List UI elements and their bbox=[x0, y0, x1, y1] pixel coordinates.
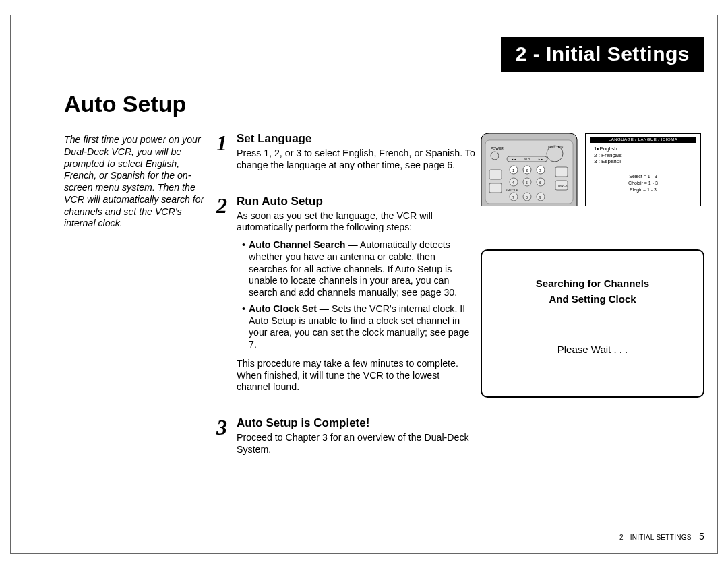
osd-language-list: 1▸English 2 : Français 3 : Español bbox=[594, 146, 696, 165]
page-footer: 2 - INITIAL SETTINGS 5 bbox=[619, 531, 704, 542]
svg-text:◄◄: ◄◄ bbox=[511, 158, 516, 161]
svg-text:4: 4 bbox=[512, 181, 514, 185]
svg-text:COPY TAPE: COPY TAPE bbox=[548, 146, 564, 149]
step-body-text: Proceed to Chapter 3 for an overview of … bbox=[237, 432, 486, 456]
step-number: 3 bbox=[214, 416, 230, 438]
svg-text:TV/VCR: TV/VCR bbox=[557, 184, 568, 187]
please-wait-text: Please Wait . . . bbox=[482, 344, 703, 355]
manual-page: 2 - Initial Settings Auto Setup The firs… bbox=[0, 0, 728, 562]
svg-rect-31 bbox=[489, 183, 502, 193]
svg-text:SHUTTLE: SHUTTLE bbox=[506, 189, 518, 192]
page-number: 5 bbox=[699, 531, 704, 542]
step-number: 1 bbox=[214, 132, 230, 154]
osd-select-line: Select = 1 - 3 bbox=[590, 173, 696, 180]
bullet-item: Auto Clock Set — Sets the VCR's internal… bbox=[242, 303, 471, 351]
step-tail-text: This procedure may take a few minutes to… bbox=[237, 358, 466, 394]
svg-text:7: 7 bbox=[512, 195, 514, 199]
step-number: 2 bbox=[214, 195, 230, 216]
searching-line2: And Setting Clock bbox=[482, 292, 703, 307]
svg-text:SLO: SLO bbox=[524, 158, 530, 161]
bullet-label: Auto Channel Search bbox=[249, 239, 345, 250]
remote-illustration: POWER COPY TAPE ◄◄ SLO ►► 1 2 3 4 5 6 SH… bbox=[479, 133, 580, 206]
svg-text:9: 9 bbox=[539, 195, 541, 199]
chapter-banner: 2 - Initial Settings bbox=[501, 37, 704, 72]
svg-text:5: 5 bbox=[526, 181, 528, 185]
step-3: 3 Auto Setup is Complete! Proceed to Cha… bbox=[214, 416, 704, 462]
step-lead-text: As soon as you set the language, the VCR… bbox=[237, 210, 466, 235]
osd-lang-item: 2 : Français bbox=[594, 152, 696, 159]
step-body-text: Press 1, 2, or 3 to select English, Fren… bbox=[237, 148, 486, 172]
step-bullets: Auto Channel Search — Automatically dete… bbox=[237, 239, 471, 351]
section-title: Auto Setup bbox=[64, 91, 704, 117]
step-title: Auto Setup is Complete! bbox=[237, 416, 704, 430]
svg-rect-27 bbox=[555, 167, 568, 177]
osd-select-line: Choisir = 1 - 3 bbox=[590, 180, 696, 187]
osd-lang-item: 3 : Español bbox=[594, 158, 696, 165]
footer-label: 2 - INITIAL SETTINGS bbox=[619, 534, 692, 541]
svg-text:POWER: POWER bbox=[491, 146, 504, 150]
bullet-item: Auto Channel Search — Automatically dete… bbox=[242, 239, 471, 299]
osd-lang-item: 1▸English bbox=[594, 146, 696, 152]
osd-select-line: Elegir = 1 - 3 bbox=[590, 187, 696, 193]
svg-text:6: 6 bbox=[539, 181, 541, 185]
searching-line1: Searching for Channels bbox=[482, 276, 703, 292]
step1-figures: POWER COPY TAPE ◄◄ SLO ►► 1 2 3 4 5 6 SH… bbox=[479, 133, 704, 206]
svg-text:►►: ►► bbox=[538, 158, 543, 161]
osd-header: LANGUAGE / LANGUE / IDIOMA bbox=[590, 137, 696, 143]
svg-point-2 bbox=[491, 152, 499, 160]
osd-select-hints: Select = 1 - 3 Choisir = 1 - 3 Elegir = … bbox=[590, 173, 696, 193]
svg-rect-30 bbox=[489, 170, 502, 179]
language-osd-thumbnail: LANGUAGE / LANGUE / IDIOMA 1▸English 2 :… bbox=[585, 133, 701, 206]
searching-osd-box: Searching for Channels And Setting Clock… bbox=[481, 249, 704, 398]
bullet-label: Auto Clock Set bbox=[249, 303, 317, 314]
intro-paragraph: The first time you power on your Dual-De… bbox=[64, 134, 207, 230]
svg-text:8: 8 bbox=[526, 195, 528, 199]
